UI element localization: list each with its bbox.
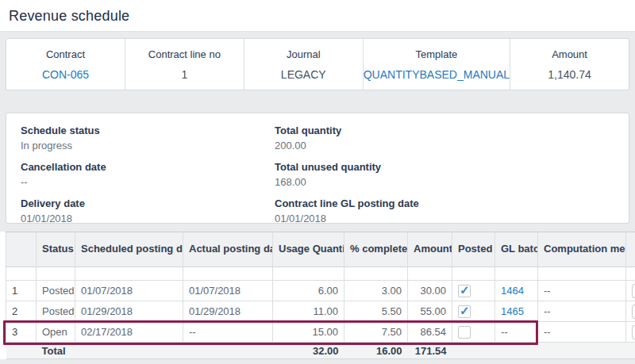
delivery-date-value: 01/01/2018 bbox=[21, 213, 275, 224]
row-action-button[interactable] bbox=[632, 284, 635, 298]
schedule-status-value: In progress bbox=[21, 140, 275, 151]
cancellation-date-value: -- bbox=[21, 176, 275, 188]
col-header-scheduled-posting-date[interactable]: Scheduled posting date bbox=[75, 232, 183, 267]
actual-posting-date-cell: 01/29/2018 bbox=[183, 301, 273, 322]
computation-memo-cell: -- bbox=[538, 322, 626, 343]
actual-posting-date-cell: -- bbox=[183, 322, 273, 343]
revenue-schedule-table: Status Scheduled posting date Actual pos… bbox=[6, 232, 635, 359]
page-title: Revenue schedule bbox=[9, 8, 635, 25]
row-action-button[interactable] bbox=[632, 325, 635, 339]
status-cell: Posted bbox=[37, 281, 75, 301]
gl-batch-cell: 1464 bbox=[495, 281, 538, 301]
posted-cell bbox=[452, 301, 495, 322]
journal-value: LEGACY bbox=[281, 68, 326, 81]
summary-field-journal: Journal LEGACY bbox=[244, 39, 363, 90]
row-actions-cell bbox=[626, 322, 635, 343]
contract-line-gl-posting-date-label: Contract line GL posting date bbox=[275, 197, 614, 209]
total-unused-quantity-label: Total unused quantity bbox=[275, 161, 614, 173]
total-label: Total bbox=[37, 343, 75, 359]
usage-quantity-cell: 6.00 bbox=[273, 281, 344, 301]
pct-completed-cell: 5.50 bbox=[344, 301, 408, 322]
scheduled-posting-date-cell: 01/07/2018 bbox=[75, 281, 183, 301]
journal-label: Journal bbox=[287, 48, 321, 60]
total-unused-quantity-value: 168.00 bbox=[275, 176, 614, 188]
template-link[interactable]: QUANTITYBASED_MANUAL bbox=[364, 68, 510, 81]
summary-field-contract-line-no: Contract line no 1 bbox=[125, 39, 244, 90]
usage-quantity-cell: 15.00 bbox=[273, 322, 344, 343]
contract-line-gl-posting-date-field: Contract line GL posting date 01/01/2018 bbox=[275, 197, 614, 224]
cancellation-date-label: Cancellation date bbox=[21, 161, 275, 173]
title-bar: Revenue schedule bbox=[0, 0, 635, 32]
row-number: 2 bbox=[6, 301, 37, 322]
total-quantity-label: Total quantity bbox=[275, 125, 614, 136]
gl-batch-link[interactable]: 1464 bbox=[501, 285, 524, 297]
pct-completed-cell: 7.50 bbox=[344, 322, 408, 343]
amount-cell: 30.00 bbox=[408, 281, 452, 301]
table-total-row: Total 32.00 16.00 171.54 bbox=[6, 343, 635, 359]
table-spacer-row bbox=[6, 267, 635, 281]
amount-label: Amount bbox=[552, 48, 587, 60]
summary-field-template: Template QUANTITYBASED_MANUAL bbox=[363, 39, 510, 90]
posted-cell bbox=[452, 322, 495, 343]
total-quantity-value: 200.00 bbox=[275, 140, 614, 151]
summary-field-amount: Amount 1,140.74 bbox=[510, 39, 629, 90]
cancellation-date-field: Cancellation date -- bbox=[21, 161, 275, 188]
posted-cell bbox=[452, 281, 495, 301]
row-actions-cell bbox=[626, 301, 635, 322]
usage-quantity-cell: 11.00 bbox=[273, 301, 344, 322]
scheduled-posting-date-cell: 02/17/2018 bbox=[75, 322, 183, 343]
table-header-row: Status Scheduled posting date Actual pos… bbox=[6, 232, 635, 267]
schedule-table-section: Status Scheduled posting date Actual pos… bbox=[0, 232, 635, 359]
col-header-amount[interactable]: Amount bbox=[408, 232, 452, 267]
col-header-row-number bbox=[6, 232, 37, 267]
gl-batch-cell: 1465 bbox=[495, 301, 538, 322]
template-label: Template bbox=[416, 48, 458, 60]
schedule-status-label: Schedule status bbox=[21, 125, 275, 136]
posted-checkbox[interactable] bbox=[458, 305, 471, 318]
amount-cell: 86.54 bbox=[408, 322, 452, 343]
pct-completed-cell: 3.00 bbox=[344, 281, 408, 301]
actual-posting-date-cell: 01/07/2018 bbox=[183, 281, 273, 301]
gl-batch-cell: -- bbox=[495, 322, 538, 343]
total-pct-completed: 16.00 bbox=[344, 343, 408, 359]
details-left-column: Schedule status In progress Cancellation… bbox=[21, 125, 275, 223]
delivery-date-label: Delivery date bbox=[21, 197, 275, 209]
col-header-actual-posting-date[interactable]: Actual posting date bbox=[183, 232, 273, 267]
posted-checkbox[interactable] bbox=[458, 285, 471, 297]
schedule-status-field: Schedule status In progress bbox=[21, 125, 275, 151]
row-number: 3 bbox=[6, 322, 37, 343]
col-header-computation-memo[interactable]: Computation memo bbox=[538, 232, 626, 267]
total-usage-quantity: 32.00 bbox=[273, 343, 344, 359]
delivery-date-field: Delivery date 01/01/2018 bbox=[21, 197, 275, 224]
col-header-pct-completed[interactable]: % completed bbox=[344, 232, 408, 267]
contract-line-gl-posting-date-value: 01/01/2018 bbox=[275, 213, 614, 224]
row-number: 1 bbox=[6, 281, 37, 301]
col-header-status[interactable]: Status bbox=[37, 232, 75, 267]
summary-bar: Contract CON-065 Contract line no 1 Jour… bbox=[6, 38, 629, 90]
col-header-posted[interactable]: Posted bbox=[452, 232, 495, 267]
col-header-gl-batch[interactable]: GL batch bbox=[495, 232, 538, 267]
table-row-highlighted: 3 Open 02/17/2018 -- 15.00 7.50 86.54 --… bbox=[6, 322, 635, 343]
amount-value: 1,140.74 bbox=[548, 68, 591, 81]
contract-line-no-value: 1 bbox=[181, 68, 187, 81]
computation-memo-cell: -- bbox=[538, 281, 626, 301]
contract-label: Contract bbox=[46, 48, 85, 60]
total-quantity-field: Total quantity 200.00 bbox=[275, 125, 614, 151]
status-cell: Posted bbox=[37, 301, 75, 322]
row-actions-cell bbox=[626, 281, 635, 301]
contract-line-no-label: Contract line no bbox=[148, 48, 221, 60]
schedule-details-panel: Schedule status In progress Cancellation… bbox=[6, 113, 629, 224]
total-amount: 171.54 bbox=[408, 343, 452, 359]
summary-field-contract: Contract CON-065 bbox=[6, 39, 125, 90]
table-row: 1 Posted 01/07/2018 01/07/2018 6.00 3.00… bbox=[6, 281, 635, 301]
gl-batch-link[interactable]: 1465 bbox=[501, 305, 524, 317]
col-header-usage-quantity[interactable]: Usage Quantity bbox=[273, 232, 344, 267]
contract-link[interactable]: CON-065 bbox=[42, 68, 89, 81]
row-action-button[interactable] bbox=[632, 305, 635, 319]
computation-memo-cell: -- bbox=[538, 301, 626, 322]
status-cell: Open bbox=[37, 322, 75, 343]
amount-cell: 55.00 bbox=[408, 301, 452, 322]
col-header-actions bbox=[626, 232, 635, 267]
posted-checkbox[interactable] bbox=[458, 326, 471, 339]
details-right-column: Total quantity 200.00 Total unused quant… bbox=[275, 125, 614, 223]
